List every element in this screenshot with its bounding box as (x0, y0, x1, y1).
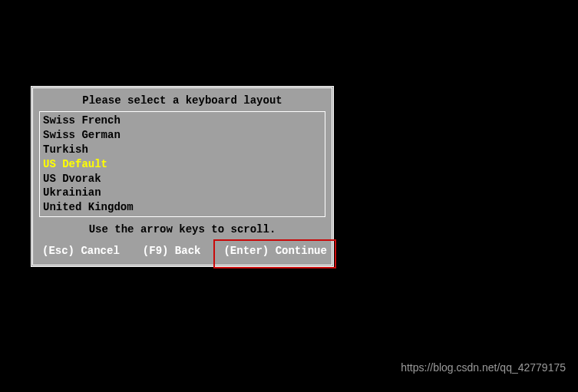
list-item-selected[interactable]: US Default (43, 157, 322, 172)
list-item[interactable]: Swiss French (43, 114, 322, 128)
list-item[interactable]: US Dvorak (43, 172, 322, 186)
list-item[interactable]: Swiss German (43, 128, 322, 143)
scroll-hint: Use the arrow keys to scroll. (38, 217, 327, 243)
keyboard-layout-dialog: Please select a keyboard layout Swiss Fr… (31, 86, 334, 267)
back-action[interactable]: (F9) Back (143, 245, 201, 257)
list-item[interactable]: Ukrainian (43, 186, 322, 200)
keyboard-layout-listbox[interactable]: Swiss French Swiss German Turkish US Def… (39, 111, 325, 217)
watermark-text: https://blog.csdn.net/qq_42779175 (401, 361, 566, 374)
continue-action[interactable]: (Enter) Continue (223, 245, 326, 257)
list-item[interactable]: United Kingdom (43, 200, 322, 215)
dialog-actions: (Esc) Cancel (F9) Back (Enter) Continue (38, 243, 327, 259)
list-item[interactable]: Turkish (43, 143, 322, 157)
dialog-title: Please select a keyboard layout (38, 91, 327, 111)
cancel-action[interactable]: (Esc) Cancel (42, 245, 120, 257)
